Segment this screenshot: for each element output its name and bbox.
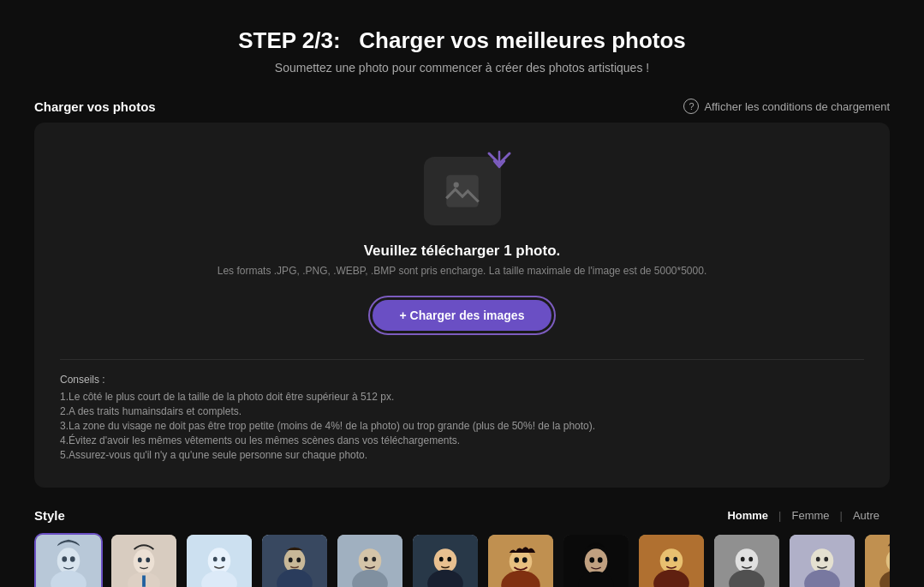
style-image-7[interactable] xyxy=(486,533,555,587)
page-title: STEP 2/3: Charger vos meilleures photos xyxy=(34,27,890,54)
svg-point-27 xyxy=(372,557,376,562)
style-face-12 xyxy=(865,535,890,587)
style-face-7 xyxy=(488,535,553,587)
style-face-6 xyxy=(413,535,478,587)
tab-femme[interactable]: Femme xyxy=(781,509,839,522)
tip-1: 1.Le côté le plus court de la taille de … xyxy=(60,391,864,403)
svg-point-26 xyxy=(364,557,368,562)
style-image-9[interactable] xyxy=(637,533,706,587)
upload-button[interactable]: + Charger des images xyxy=(373,300,552,331)
svg-point-39 xyxy=(585,548,608,574)
style-face-9 xyxy=(639,535,704,587)
svg-point-51 xyxy=(741,557,745,562)
step-label: STEP 2/3: xyxy=(238,27,340,53)
svg-point-12 xyxy=(146,558,150,563)
style-header: Style Homme | Femme | Autre xyxy=(34,508,890,523)
upload-divider xyxy=(60,359,864,360)
style-face-5 xyxy=(337,535,402,587)
style-image-3[interactable] xyxy=(185,533,253,587)
svg-point-8 xyxy=(134,549,155,574)
svg-point-56 xyxy=(816,557,820,562)
tips-title: Conseils : xyxy=(60,374,864,386)
style-image-2[interactable] xyxy=(110,533,178,587)
style-face-2 xyxy=(111,535,176,587)
style-image-10[interactable] xyxy=(712,533,781,587)
upload-icon-wrapper xyxy=(424,157,501,225)
tip-5: 5.Assurez-vous qu'il n'y a qu'une seule … xyxy=(60,449,864,461)
svg-point-44 xyxy=(660,548,683,573)
svg-point-22 xyxy=(296,558,301,563)
style-face-3 xyxy=(187,535,252,587)
tab-autre[interactable]: Autre xyxy=(843,509,890,522)
svg-point-3 xyxy=(57,548,80,573)
svg-point-46 xyxy=(665,557,670,562)
svg-point-14 xyxy=(208,548,231,573)
tip-4: 4.Évitez d'avoir les mêmes vêtements ou … xyxy=(60,434,864,446)
svg-point-16 xyxy=(213,557,218,562)
style-face-8 xyxy=(563,535,629,587)
svg-point-21 xyxy=(289,558,293,563)
tips-list: 1.Le côté le plus court de la taille de … xyxy=(60,391,864,461)
image-icon xyxy=(441,170,484,213)
help-icon: ? xyxy=(683,99,699,114)
style-image-8[interactable] xyxy=(562,533,630,587)
style-image-5[interactable] xyxy=(336,533,404,587)
title-text: Charger vos meilleures photos xyxy=(359,27,685,53)
tip-2: 2.A des traits humainsdairs et complets. xyxy=(60,405,864,417)
upload-section-title: Charger vos photos xyxy=(34,99,156,114)
download-arrow-icon xyxy=(486,147,513,174)
svg-point-36 xyxy=(514,557,519,563)
tip-3: 3.La zone du visage ne doit pas être tro… xyxy=(60,420,864,432)
svg-point-31 xyxy=(439,557,444,562)
svg-point-5 xyxy=(62,556,67,562)
upload-button-wrapper: + Charger des images xyxy=(368,296,557,335)
page-subtitle: Soumettez une photo pour commencer à cré… xyxy=(34,61,890,75)
upload-section-header: Charger vos photos ? Afficher les condit… xyxy=(34,99,890,114)
style-face-4 xyxy=(262,535,327,587)
style-title: Style xyxy=(34,508,65,523)
svg-point-42 xyxy=(598,557,603,563)
svg-point-54 xyxy=(811,548,834,573)
upload-area: Veuillez télécharger 1 photo. Les format… xyxy=(34,123,890,488)
tips-section: Conseils : 1.Le côté le plus court de la… xyxy=(60,374,864,464)
style-image-1[interactable] xyxy=(34,533,103,587)
style-tabs: Homme | Femme | Autre xyxy=(717,509,890,522)
svg-point-11 xyxy=(138,558,142,563)
svg-point-29 xyxy=(434,548,457,573)
svg-point-17 xyxy=(221,557,225,562)
svg-point-32 xyxy=(447,557,451,562)
svg-point-49 xyxy=(736,548,759,573)
svg-rect-10 xyxy=(142,576,146,587)
style-face-10 xyxy=(714,535,779,587)
style-image-11[interactable] xyxy=(788,533,856,587)
svg-point-6 xyxy=(70,556,75,562)
svg-point-57 xyxy=(824,557,828,562)
style-images-container xyxy=(34,533,890,587)
style-face-1 xyxy=(36,535,101,587)
style-section: Style Homme | Femme | Autre xyxy=(34,508,890,587)
conditions-link[interactable]: ? Afficher les conditions de chargement xyxy=(683,99,890,114)
conditions-label: Afficher les conditions de chargement xyxy=(704,100,890,113)
svg-point-41 xyxy=(589,557,594,563)
style-face-11 xyxy=(790,535,855,587)
page-header: STEP 2/3: Charger vos meilleures photos … xyxy=(34,27,890,75)
svg-rect-0 xyxy=(446,175,479,207)
svg-point-24 xyxy=(359,548,382,573)
svg-point-52 xyxy=(748,557,753,562)
svg-point-47 xyxy=(673,557,677,562)
style-image-6[interactable] xyxy=(411,533,480,587)
upload-title: Veuillez télécharger 1 photo. xyxy=(364,243,561,260)
style-image-4[interactable] xyxy=(260,533,329,587)
style-image-12[interactable] xyxy=(863,533,890,587)
tab-homme[interactable]: Homme xyxy=(717,509,778,522)
page-wrapper: STEP 2/3: Charger vos meilleures photos … xyxy=(0,0,924,587)
svg-point-37 xyxy=(522,557,528,563)
upload-subtitle: Les formats .JPG, .PNG, .WEBP, .BMP sont… xyxy=(218,265,706,277)
svg-point-1 xyxy=(453,183,458,188)
